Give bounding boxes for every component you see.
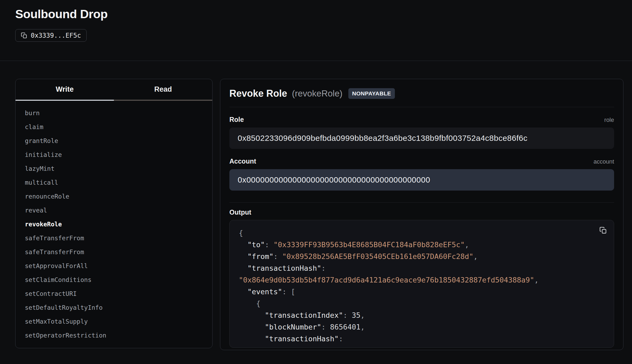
function-item-lazyMint[interactable]: lazyMint [16, 162, 212, 176]
contract-explorer: Write Read burnclaimgrantRoleinitializel… [0, 61, 632, 350]
tab-read[interactable]: Read [114, 79, 212, 101]
contract-address-label: 0x3339...EF5c [31, 32, 81, 39]
account-field-label: Account [229, 157, 256, 165]
role-field-label: Role [229, 116, 244, 123]
function-item-grantRole[interactable]: grantRole [16, 134, 212, 148]
function-item-setDefaultRoyaltyInfo[interactable]: setDefaultRoyaltyInfo [16, 301, 212, 315]
function-item-claim[interactable]: claim [16, 120, 212, 134]
function-item-reveal[interactable]: reveal [16, 203, 212, 217]
output-code-block[interactable]: { "to": "0x3339FF93B9563b4E8685B04FC184a… [229, 220, 614, 348]
account-input[interactable] [229, 169, 614, 191]
mutability-badge: NONPAYABLE [348, 88, 395, 99]
role-input[interactable] [229, 127, 614, 149]
function-runner-header: Revoke Role (revokeRole) NONPAYABLE [229, 88, 614, 99]
function-item-revokeRole[interactable]: revokeRole [16, 217, 212, 231]
function-title: Revoke Role [229, 88, 287, 99]
function-item-safeTransferFrom[interactable]: safeTransferFrom [16, 231, 212, 245]
function-item-setApprovalForAll[interactable]: setApprovalForAll [16, 259, 212, 273]
function-item-burn[interactable]: burn [16, 106, 212, 120]
function-item-initialize[interactable]: initialize [16, 148, 212, 162]
role-field-row: Role role [229, 116, 614, 123]
page-title: Soulbound Drop [15, 7, 617, 21]
header-divider [229, 107, 614, 107]
tab-write[interactable]: Write [16, 79, 114, 101]
function-item-setClaimConditions[interactable]: setClaimConditions [16, 273, 212, 287]
output-label: Output [229, 208, 614, 216]
role-field-hint: role [604, 117, 614, 123]
function-list: burnclaimgrantRoleinitializelazyMintmult… [16, 101, 212, 342]
function-signature: (revokeRole) [292, 88, 342, 99]
function-item-setOperatorRestriction[interactable]: setOperatorRestriction [16, 328, 212, 342]
copy-icon [21, 32, 27, 39]
account-field-hint: account [594, 158, 614, 165]
page-header: Soulbound Drop 0x3339...EF5c [0, 0, 632, 61]
function-item-renounceRole[interactable]: renounceRole [16, 189, 212, 203]
function-explorer-panel: Write Read burnclaimgrantRoleinitializel… [15, 79, 213, 348]
function-item-setContractURI[interactable]: setContractURI [16, 287, 212, 301]
function-runner-panel: Revoke Role (revokeRole) NONPAYABLE Role… [220, 79, 623, 350]
tab-row: Write Read [16, 79, 212, 101]
output-divider [229, 202, 614, 203]
account-field-row: Account account [229, 157, 614, 165]
copy-output-button[interactable] [599, 227, 607, 235]
function-item-multicall[interactable]: multicall [16, 176, 212, 189]
function-item-setMaxTotalSupply[interactable]: setMaxTotalSupply [16, 315, 212, 328]
copy-icon [599, 227, 607, 234]
function-item-safeTransferFrom[interactable]: safeTransferFrom [16, 245, 212, 259]
output-json: { "to": "0x3339FF93B9563b4E8685B04FC184a… [239, 227, 605, 345]
contract-address-chip[interactable]: 0x3339...EF5c [15, 29, 87, 42]
